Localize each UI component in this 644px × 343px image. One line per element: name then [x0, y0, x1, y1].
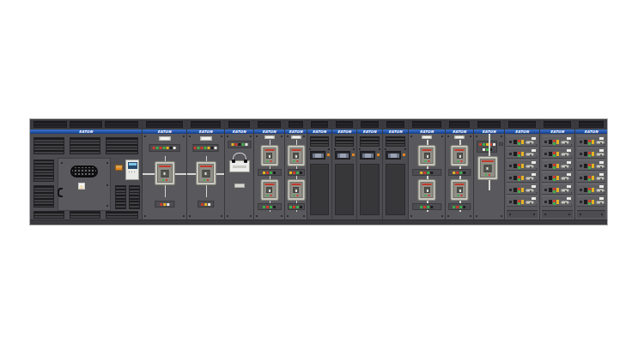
indicator-light-green — [553, 142, 556, 145]
indicator-light-green — [588, 190, 591, 193]
warning-icon: ⚠ — [79, 184, 83, 190]
breaker-status-lights — [158, 177, 172, 181]
cabinet-door — [335, 164, 354, 215]
screw — [536, 192, 538, 194]
hmi-button — [352, 153, 355, 156]
cabinet-base — [383, 220, 408, 225]
breaker-status-lights — [422, 192, 433, 196]
mcc-section: EATON — [504, 119, 539, 225]
indicator-light-green — [460, 172, 463, 174]
stacked-breaker-section: EATON — [253, 119, 284, 225]
screw — [385, 148, 386, 150]
vent-panel — [361, 121, 379, 128]
mcc-bucket-row — [542, 135, 573, 147]
indicator-light-yellow — [521, 200, 524, 204]
vent-panel — [146, 121, 183, 128]
screw — [568, 214, 570, 215]
indicator-panel — [448, 203, 471, 210]
breaker-red-label — [291, 149, 301, 151]
feeder-breaker-section: EATON — [186, 119, 224, 225]
label-chip — [599, 149, 604, 152]
indicator-light-yellow — [521, 188, 524, 192]
hmi-display — [386, 151, 401, 159]
louver-panel — [33, 159, 54, 182]
label-chip — [567, 149, 571, 152]
screw — [544, 214, 546, 215]
breaker-status-lights — [264, 158, 275, 162]
indicator-light-green — [270, 206, 272, 208]
label-chip — [532, 149, 536, 152]
hmi-display — [310, 151, 325, 159]
nameplate — [159, 136, 170, 141]
indicator-panel — [477, 141, 497, 153]
indicator-light-red — [457, 206, 459, 208]
screw — [470, 135, 471, 137]
vent-panel — [228, 121, 250, 128]
screw — [189, 215, 191, 217]
indicator-light-red — [457, 172, 459, 174]
screw — [604, 156, 605, 158]
status-chip — [584, 140, 587, 144]
louver-panel — [70, 137, 100, 154]
screw — [303, 135, 305, 137]
indicator-light-green — [518, 190, 520, 193]
indicator-light-red — [424, 206, 427, 208]
screw — [509, 214, 511, 215]
screw — [106, 162, 108, 164]
transformer-section: EATON ⚠ — [30, 119, 142, 225]
indicator-light-yellow — [592, 188, 594, 192]
breaker-handle — [526, 141, 534, 144]
indicator-light-green — [241, 143, 244, 146]
screw — [144, 135, 146, 137]
vent-band — [474, 119, 504, 129]
status-chip — [513, 176, 517, 180]
cabinet-front — [254, 134, 284, 220]
screw — [470, 215, 471, 217]
screw — [604, 144, 605, 146]
cabinet-front — [225, 134, 253, 220]
breaker-handle — [561, 201, 569, 204]
label-chip — [532, 161, 536, 164]
cabinet-front — [383, 134, 408, 220]
cabinet-front — [143, 134, 186, 220]
screw — [250, 135, 252, 137]
indicator-light-green — [197, 147, 200, 149]
louver-panel — [129, 185, 140, 209]
cabinet-front: ⚠ — [30, 134, 142, 220]
vent-band — [143, 119, 186, 129]
screw — [441, 135, 443, 137]
indicator-panel — [448, 169, 471, 176]
screw — [571, 204, 573, 206]
hmi-button — [327, 153, 330, 156]
indicator-panel — [258, 203, 282, 210]
screw — [281, 215, 283, 217]
vent-band — [307, 119, 331, 129]
vent-band — [30, 119, 142, 129]
status-chip — [584, 152, 587, 156]
switchgear-lineup-image: EATON ⚠ — [0, 0, 644, 343]
status-chip — [273, 206, 276, 208]
indicator-light-red — [234, 143, 237, 146]
hmi-screen — [362, 153, 374, 158]
screw — [359, 148, 361, 150]
screw — [61, 162, 63, 164]
screw — [410, 135, 412, 137]
status-chip — [431, 206, 434, 208]
indicator-panel — [412, 169, 441, 176]
indicator-light-yellow — [556, 164, 559, 168]
indicator-panel — [192, 144, 219, 152]
connector-socket — [70, 165, 98, 178]
label-chip — [215, 147, 217, 149]
breaker-red-label — [455, 184, 465, 185]
feeder-line — [206, 185, 208, 197]
label-chip — [599, 197, 604, 200]
screw — [501, 135, 502, 137]
screw — [183, 215, 185, 217]
indicator-light-yellow — [556, 152, 559, 156]
mcc-section: EATON — [574, 119, 607, 225]
breaker-red-label — [200, 165, 212, 167]
indicator-light-yellow — [289, 172, 292, 174]
vent-panel — [579, 121, 604, 128]
vent-band — [575, 119, 607, 129]
screw — [571, 192, 573, 194]
